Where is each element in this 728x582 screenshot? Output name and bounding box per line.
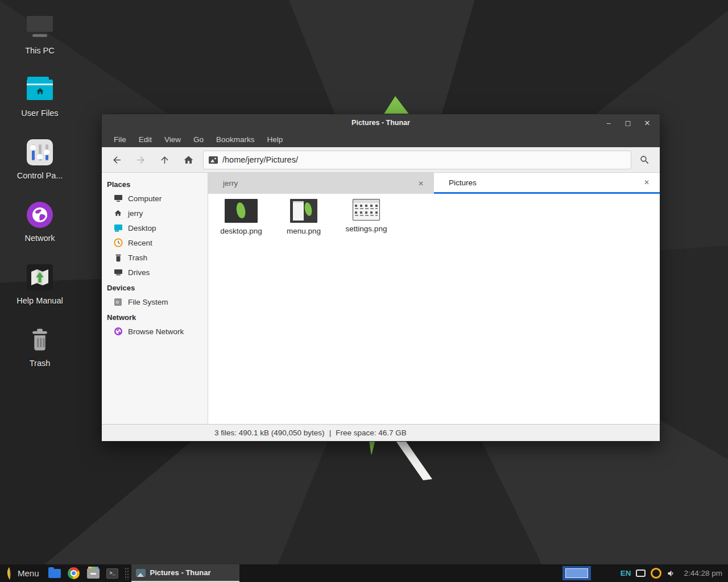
tab-pictures[interactable]: Pictures ✕ bbox=[434, 173, 660, 194]
menu-feather-icon[interactable] bbox=[5, 567, 14, 580]
maximize-button[interactable]: ◻ bbox=[621, 117, 635, 129]
network-globe-icon bbox=[113, 327, 123, 336]
sidebar-item-label: Desktop bbox=[128, 224, 156, 232]
desktop-icon-trash[interactable]: Trash bbox=[7, 326, 73, 368]
window-title: Pictures - Thunar bbox=[102, 119, 660, 127]
back-button[interactable] bbox=[105, 149, 128, 170]
sidebar-item-trash[interactable]: Trash bbox=[102, 250, 208, 265]
trash-icon bbox=[113, 253, 123, 263]
display-tray-icon[interactable] bbox=[636, 569, 646, 577]
title-bar[interactable]: Pictures - Thunar – ◻ ✕ bbox=[102, 114, 660, 131]
sidebar-item-label: Trash bbox=[128, 253, 147, 262]
sidebar-item-recent[interactable]: Recent bbox=[102, 235, 208, 250]
close-button[interactable]: ✕ bbox=[640, 117, 654, 129]
desktop-icon-label: User Files bbox=[21, 109, 58, 118]
taskbar: Menu >_ Pictures - Thunar EN 2:44:28 pm bbox=[0, 564, 728, 582]
home-icon bbox=[183, 155, 194, 165]
chrome-launcher[interactable] bbox=[67, 566, 81, 581]
sidebar-item-browse-network[interactable]: Browse Network bbox=[102, 324, 208, 339]
file-cabinet-icon bbox=[87, 568, 100, 579]
file-view[interactable]: desktop.png menu.png settings.png bbox=[208, 194, 660, 424]
status-free-space: Free space: 46.7 GB bbox=[336, 429, 407, 437]
menu-edit[interactable]: Edit bbox=[133, 133, 158, 146]
desktop-icon-label: This PC bbox=[25, 46, 55, 55]
file-desktop-png[interactable]: desktop.png bbox=[214, 199, 268, 235]
minimize-button[interactable]: – bbox=[602, 117, 615, 129]
recent-clock-icon bbox=[113, 238, 123, 248]
workspace-switcher[interactable] bbox=[562, 566, 591, 580]
sidebar-item-drives[interactable]: Drives bbox=[102, 265, 208, 280]
network-globe-icon bbox=[26, 201, 53, 228]
archive-launcher[interactable] bbox=[86, 566, 101, 581]
menu-button[interactable]: Menu bbox=[18, 568, 39, 578]
taskbar-window-button[interactable]: Pictures - Thunar bbox=[131, 564, 239, 582]
home-folder-icon bbox=[26, 76, 53, 103]
file-name: settings.png bbox=[346, 225, 387, 233]
sidebar-item-file-system[interactable]: File System bbox=[102, 294, 208, 309]
updates-tray-icon[interactable] bbox=[651, 568, 661, 579]
sidebar-item-jerry[interactable]: jerry bbox=[102, 206, 208, 221]
file-thumbnail bbox=[290, 199, 317, 223]
help-manual-icon bbox=[26, 264, 53, 291]
file-thumbnail bbox=[225, 199, 258, 223]
menu-help[interactable]: Help bbox=[261, 133, 289, 146]
status-separator: | bbox=[329, 429, 332, 437]
search-button[interactable] bbox=[632, 149, 656, 170]
blue-folder-icon bbox=[48, 569, 61, 578]
tab-jerry[interactable]: jerry ✕ bbox=[208, 173, 434, 194]
filesystem-drive-icon bbox=[113, 297, 123, 307]
tab-bar: jerry ✕ Pictures ✕ bbox=[208, 173, 660, 194]
file-settings-png[interactable]: settings.png bbox=[339, 199, 394, 233]
path-bar[interactable]: /home/jerry/Pictures/ bbox=[203, 151, 631, 169]
sidebar-header-network: Network bbox=[102, 309, 208, 324]
trash-icon bbox=[26, 326, 53, 354]
path-text: /home/jerry/Pictures/ bbox=[222, 155, 298, 164]
control-panel-icon bbox=[26, 139, 53, 166]
desktop-icon-control-panel[interactable]: Control Pa... bbox=[7, 139, 73, 180]
status-bar: 3 files: 490.1 kB (490,050 bytes) | Free… bbox=[102, 424, 660, 441]
panel-handle[interactable] bbox=[125, 567, 129, 580]
desktop-icon-this-pc[interactable]: This PC bbox=[7, 14, 73, 55]
desktop-icon-network[interactable]: Network bbox=[7, 201, 73, 243]
keyboard-layout-indicator[interactable]: EN bbox=[621, 569, 631, 577]
desktop-icon-label: Trash bbox=[30, 359, 51, 368]
menu-file[interactable]: File bbox=[107, 133, 133, 146]
tab-close-icon[interactable]: ✕ bbox=[640, 177, 653, 188]
desktop-icon bbox=[113, 223, 123, 233]
home-icon bbox=[113, 209, 123, 218]
drive-icon bbox=[113, 268, 123, 277]
system-tray: EN 2:44:28 pm bbox=[621, 568, 725, 579]
desktop-icon-help-manual[interactable]: Help Manual bbox=[7, 264, 73, 305]
sidebar-item-desktop[interactable]: Desktop bbox=[102, 221, 208, 235]
computer-icon bbox=[113, 194, 123, 203]
thunar-window: Pictures - Thunar – ◻ ✕ File Edit View G… bbox=[101, 114, 660, 442]
picture-window-icon bbox=[136, 569, 146, 577]
sidebar-header-places: Places bbox=[102, 176, 208, 191]
menu-go[interactable]: Go bbox=[187, 133, 210, 146]
toolbar: /home/jerry/Pictures/ bbox=[102, 147, 660, 173]
menu-view[interactable]: View bbox=[158, 133, 187, 146]
menu-bookmarks[interactable]: Bookmarks bbox=[210, 133, 261, 146]
terminal-launcher[interactable]: >_ bbox=[105, 566, 120, 581]
sidebar-item-label: Drives bbox=[128, 268, 150, 277]
desktop-icon-label: Control Pa... bbox=[17, 171, 63, 180]
sidebar-header-devices: Devices bbox=[102, 280, 208, 294]
desktop-icon-label: Network bbox=[24, 234, 55, 243]
clock[interactable]: 2:44:28 pm bbox=[684, 569, 722, 577]
arrow-up-icon bbox=[159, 155, 170, 165]
sidebar-item-label: jerry bbox=[128, 209, 143, 218]
file-menu-png[interactable]: menu.png bbox=[276, 199, 331, 235]
terminal-icon: >_ bbox=[106, 568, 118, 579]
volume-icon[interactable] bbox=[667, 569, 676, 578]
tab-close-icon[interactable]: ✕ bbox=[415, 178, 427, 189]
home-button[interactable] bbox=[177, 149, 200, 170]
file-thumbnail bbox=[353, 199, 380, 221]
sidebar: Places Computer jerry Desktop bbox=[102, 173, 208, 424]
up-button[interactable] bbox=[153, 149, 176, 170]
forward-button[interactable] bbox=[129, 149, 152, 170]
desktop-icon-user-files[interactable]: User Files bbox=[7, 76, 73, 118]
active-workspace[interactable] bbox=[565, 568, 588, 578]
sidebar-item-computer[interactable]: Computer bbox=[102, 191, 208, 206]
chrome-icon bbox=[68, 567, 80, 579]
file-manager-launcher[interactable] bbox=[47, 566, 62, 581]
